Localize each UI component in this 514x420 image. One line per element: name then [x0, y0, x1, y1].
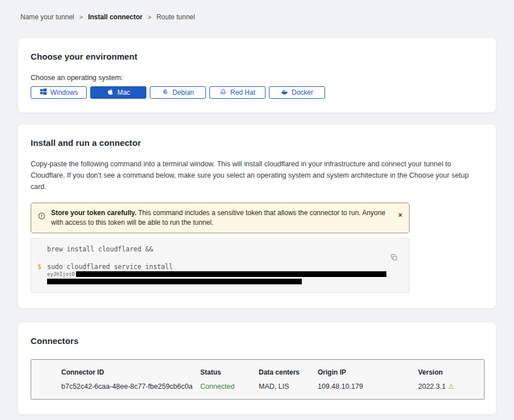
header-data-centers: Data centers: [259, 368, 318, 376]
data-centers-value: MAD, LIS: [259, 383, 318, 390]
header-version: Version: [418, 368, 485, 376]
header-origin-ip: Origin IP: [318, 368, 418, 376]
os-button-label: Mac: [117, 89, 130, 96]
redacted-token-bar: [47, 279, 302, 284]
code-line-token: eyJhIjoiO: [47, 271, 386, 277]
apple-logo-icon: [107, 88, 114, 97]
token-warning-banner: Store your token carefully.This command …: [31, 203, 410, 233]
table-row: b7c52c42-6caa-48ee-8c77-fbe259cb6c0a Con…: [61, 383, 484, 390]
shell-prompt: $: [37, 263, 41, 271]
warning-text-bold: Store your token carefully.: [51, 209, 137, 217]
info-circle-icon: [38, 212, 45, 220]
os-select-label: Choose an operating system:: [31, 74, 483, 82]
connectors-table-header: Connector ID Status Data centers Origin …: [61, 368, 484, 376]
docker-logo-icon: [281, 88, 288, 97]
breadcrumb-separator: >: [79, 14, 83, 20]
code-line-install: sudo cloudflared service install: [47, 263, 386, 271]
os-button-label: Red Hat: [230, 89, 255, 96]
environment-card-title: Choose your environment: [31, 52, 483, 61]
os-button-debian[interactable]: Debian: [150, 86, 206, 99]
install-card-title: Install and run a connector: [31, 138, 483, 148]
windows-logo-icon: [40, 88, 47, 97]
connector-id-value: b7c52c42-6caa-48ee-8c77-fbe259cb6c0a: [61, 383, 200, 390]
os-button-redhat[interactable]: Red Hat: [209, 86, 266, 99]
warning-text: Store your token carefully.This command …: [51, 208, 390, 228]
header-status: Status: [200, 368, 259, 376]
os-button-docker[interactable]: Docker: [269, 86, 325, 99]
redhat-logo-icon: [220, 88, 227, 97]
install-description: Copy-paste the following command into a …: [31, 158, 483, 192]
breadcrumb-install-connector[interactable]: Install connector: [88, 13, 142, 21]
version-value: 2022.3.1 ⚠: [418, 383, 485, 390]
breadcrumb-name-your-tunnel[interactable]: Name your tunnel: [20, 13, 74, 21]
connectors-table: Connector ID Status Data centers Origin …: [31, 359, 484, 400]
code-line-brew: brew install cloudflared &&: [47, 245, 386, 254]
breadcrumb-separator: >: [148, 14, 151, 20]
connectors-card: Connectors Connector ID Status Data cent…: [18, 322, 496, 415]
version-warning-icon: ⚠: [448, 383, 454, 390]
os-button-label: Debian: [172, 89, 194, 96]
breadcrumb: Name your tunnel > Install connector > R…: [20, 13, 496, 21]
version-number: 2022.3.1: [418, 383, 446, 390]
close-icon[interactable]: ×: [398, 212, 402, 219]
copy-icon[interactable]: [390, 254, 398, 261]
origin-ip-value: 109.48.10.179: [318, 383, 418, 390]
redacted-token-bar: [76, 271, 386, 277]
header-connector-id: Connector ID: [61, 368, 200, 376]
install-card: Install and run a connector Copy-paste t…: [18, 124, 496, 309]
os-button-windows[interactable]: Windows: [31, 86, 87, 99]
os-button-label: Windows: [50, 89, 78, 96]
os-button-group: Windows Mac Debian Red Hat: [31, 86, 483, 99]
os-button-mac[interactable]: Mac: [90, 86, 146, 99]
environment-card: Choose your environment Choose an operat…: [18, 37, 496, 113]
token-prefix: eyJhIjoiO: [47, 271, 75, 277]
breadcrumb-route-tunnel[interactable]: Route tunnel: [157, 13, 195, 21]
debian-logo-icon: [162, 88, 169, 97]
tunnel-setup-page: Name your tunnel > Install connector > R…: [0, 0, 514, 420]
connectors-card-title: Connectors: [31, 336, 483, 346]
os-button-label: Docker: [292, 89, 313, 96]
status-badge: Connected: [200, 383, 259, 390]
install-command-codeblock[interactable]: $ brew install cloudflared && sudo cloud…: [31, 238, 410, 293]
